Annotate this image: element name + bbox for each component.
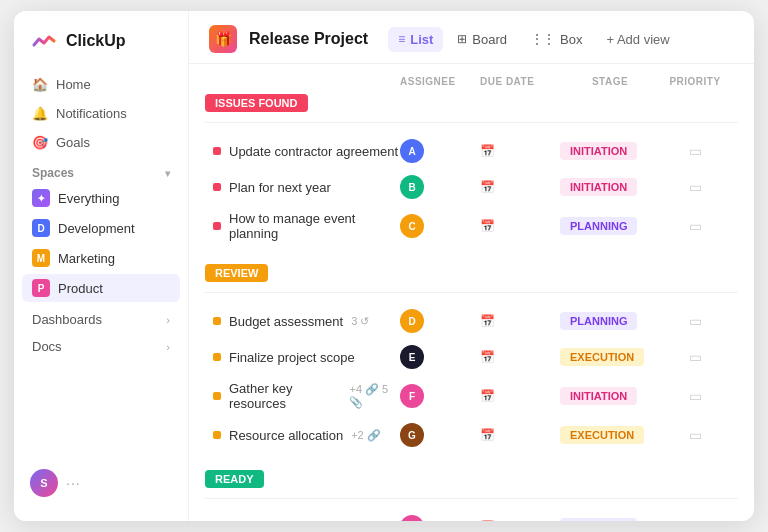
stage-cell: EXECUTION: [560, 348, 660, 366]
stage-cell: INITIATION: [560, 387, 660, 405]
assignee-cell: H: [400, 515, 480, 521]
sidebar-item-docs[interactable]: Docs ›: [14, 333, 188, 360]
box-view-label: Box: [560, 32, 582, 47]
box-view-button[interactable]: ⋮⋮ Box: [521, 27, 592, 52]
task-name: Plan for next year: [229, 180, 331, 195]
stage-cell: PLANNING: [560, 217, 660, 235]
development-badge: D: [32, 219, 50, 237]
due-date-cell: 📅: [480, 428, 560, 442]
task-row[interactable]: Gather key resources +4 🔗 5 📎 F 📅 INITIA…: [205, 375, 738, 417]
ready-label: READY: [205, 470, 264, 488]
priority-header: PRIORITY: [660, 76, 730, 87]
priority-icon: ▭: [689, 388, 702, 404]
assignee-cell: C: [400, 214, 480, 238]
box-icon: ⋮⋮: [531, 32, 555, 46]
task-row[interactable]: Finalize project scope E 📅 EXECUTION ▭: [205, 339, 738, 375]
issues-divider: [205, 122, 738, 123]
priority-icon: ▭: [689, 313, 702, 329]
task-dot-icon: [213, 392, 221, 400]
avatar: H: [400, 515, 424, 521]
priority-icon: ▭: [689, 218, 702, 234]
sidebar-item-dashboards[interactable]: Dashboards ›: [14, 306, 188, 333]
priority-cell: ▭: [660, 313, 730, 329]
project-icon: 🎁: [209, 25, 237, 53]
due-date-cell: 📅: [480, 389, 560, 403]
priority-icon: ▭: [689, 349, 702, 365]
priority-cell: ▭: [660, 349, 730, 365]
review-label: REVIEW: [205, 264, 268, 282]
task-row[interactable]: Plan for next year B 📅 INITIATION ▭: [205, 169, 738, 205]
assignee-cell: A: [400, 139, 480, 163]
task-name: Gather key resources: [229, 381, 341, 411]
priority-cell: ▭: [660, 388, 730, 404]
bell-icon: 🔔: [32, 106, 48, 121]
sidebar-item-notifications[interactable]: 🔔 Notifications: [22, 100, 180, 127]
spaces-section-header: Spaces ▾: [14, 156, 188, 184]
priority-cell: ▭: [660, 179, 730, 195]
sidebar-item-marketing[interactable]: M Marketing: [22, 244, 180, 272]
stage-cell: INITIATION: [560, 142, 660, 160]
ready-divider: [205, 498, 738, 499]
due-date-cell: 📅: [480, 520, 560, 521]
due-date-cell: 📅: [480, 219, 560, 233]
due-date-header: DUE DATE: [480, 76, 560, 87]
task-row[interactable]: How to manage event planning C 📅 PLANNIN…: [205, 205, 738, 247]
task-row[interactable]: Update contractor agreement A 📅 INITIATI…: [205, 133, 738, 169]
sidebar-item-home[interactable]: 🏠 Home: [22, 71, 180, 98]
sidebar: ClickUp 🏠 Home 🔔 Notifications 🎯 Goals S…: [14, 11, 189, 521]
sidebar-item-everything[interactable]: ✦ Everything: [22, 184, 180, 212]
sidebar-item-goals[interactable]: 🎯 Goals: [22, 129, 180, 156]
priority-icon: ▭: [689, 519, 702, 521]
due-date-cell: 📅: [480, 314, 560, 328]
main-content: 🎁 Release Project ≡ List ⊞ Board ⋮⋮ Box …: [189, 11, 754, 521]
stage-cell: EXECUTION: [560, 426, 660, 444]
view-tabs: ≡ List ⊞ Board ⋮⋮ Box + Add view: [388, 27, 680, 52]
task-name-cell: Resource allocation +2 🔗: [213, 428, 400, 443]
user-avatar[interactable]: S: [30, 469, 58, 497]
docs-label: Docs: [32, 339, 62, 354]
task-dot-icon: [213, 353, 221, 361]
task-name: Budget assessment: [229, 314, 343, 329]
board-icon: ⊞: [457, 32, 467, 46]
task-dot-icon: [213, 147, 221, 155]
sidebar-nav: 🏠 Home 🔔 Notifications 🎯 Goals: [14, 71, 188, 156]
table-header: ASSIGNEE DUE DATE STAGE PRIORITY: [205, 76, 738, 93]
board-view-button[interactable]: ⊞ Board: [447, 27, 517, 52]
sidebar-item-product[interactable]: P Product: [22, 274, 180, 302]
task-name: How to manage event planning: [229, 211, 400, 241]
priority-icon: ▭: [689, 179, 702, 195]
issues-label: ISSUES FOUND: [205, 94, 308, 112]
due-date-cell: 📅: [480, 144, 560, 158]
task-name-cell: New contractor agreement: [213, 520, 400, 522]
calendar-icon: 📅: [480, 144, 495, 158]
list-view-button[interactable]: ≡ List: [388, 27, 443, 52]
logo: ClickUp: [14, 27, 188, 71]
calendar-icon: 📅: [480, 350, 495, 364]
task-row[interactable]: New contractor agreement H 📅 PLANNING ▭: [205, 509, 738, 521]
sidebar-item-development[interactable]: D Development: [22, 214, 180, 242]
stage-badge: EXECUTION: [560, 426, 644, 444]
stage-badge: PLANNING: [560, 518, 637, 521]
task-name: New contractor agreement: [229, 520, 382, 522]
dashboards-label: Dashboards: [32, 312, 102, 327]
dashboards-chevron-icon: ›: [166, 314, 170, 326]
task-row[interactable]: Budget assessment 3 ↺ D 📅 PLANNING ▭: [205, 303, 738, 339]
assignee-cell: E: [400, 345, 480, 369]
spaces-list: ✦ Everything D Development M Marketing P…: [14, 184, 188, 302]
more-options-icon: ···: [66, 475, 81, 491]
sidebar-goals-label: Goals: [56, 135, 90, 150]
priority-cell: ▭: [660, 519, 730, 521]
assignee-cell: F: [400, 384, 480, 408]
add-view-button[interactable]: + Add view: [596, 27, 679, 52]
chevron-down-icon: ▾: [165, 168, 170, 179]
list-view-label: List: [410, 32, 433, 47]
task-name-cell: Gather key resources +4 🔗 5 📎: [213, 381, 400, 411]
task-name: Finalize project scope: [229, 350, 355, 365]
goals-icon: 🎯: [32, 135, 48, 150]
avatar: A: [400, 139, 424, 163]
stage-badge: EXECUTION: [560, 348, 644, 366]
priority-cell: ▭: [660, 218, 730, 234]
priority-cell: ▭: [660, 427, 730, 443]
task-row[interactable]: Resource allocation +2 🔗 G 📅 EXECUTION ▭: [205, 417, 738, 453]
project-title: Release Project: [249, 30, 368, 48]
